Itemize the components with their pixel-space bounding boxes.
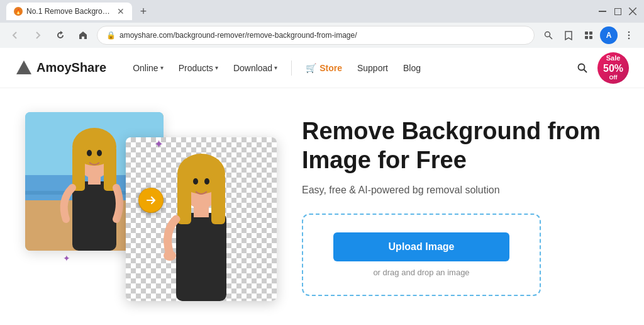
tab-favicon: 🔥 <box>14 7 23 16</box>
website-content: AmoyShare Online ▾ Products ▾ Download ▾… <box>0 48 644 325</box>
nav-item-blog[interactable]: Blog <box>397 58 427 78</box>
nav-blog-label: Blog <box>403 63 421 73</box>
svg-point-36 <box>204 178 209 185</box>
nav-store-label: Store <box>319 63 342 73</box>
reload-button[interactable] <box>52 26 69 44</box>
svg-rect-1 <box>614 8 621 14</box>
sale-badge-off-text: Off <box>609 74 618 81</box>
new-tab-button[interactable]: + <box>135 3 152 20</box>
address-actions: A <box>540 26 638 44</box>
svg-point-12 <box>628 38 630 40</box>
svg-rect-29 <box>176 213 226 301</box>
arrow-right-icon <box>145 195 157 206</box>
nav-item-online[interactable]: Online ▾ <box>126 58 169 78</box>
tab-area: 🔥 No.1 Remove Background from... ✕ + <box>6 3 592 20</box>
nav-item-store[interactable]: 🛒 Store <box>299 58 348 78</box>
active-tab[interactable]: 🔥 No.1 Remove Background from... ✕ <box>6 3 132 20</box>
svg-point-11 <box>628 35 630 37</box>
sale-badge-percent-text: 50% <box>603 62 623 74</box>
svg-point-10 <box>628 31 630 33</box>
products-chevron-icon: ▾ <box>215 64 218 71</box>
url-text: amoyshare.com/background-remover/remove-… <box>119 31 525 40</box>
hero-content: Remove Background from Image for Free Ea… <box>302 117 606 296</box>
hero-section: ✦ ✦ Remove Background from Image for Fre… <box>0 88 644 325</box>
nav-download-label: Download <box>233 63 272 73</box>
tab-close-icon[interactable]: ✕ <box>117 7 125 16</box>
home-button[interactable] <box>74 26 92 44</box>
url-bar[interactable]: 🔒 amoyshare.com/background-remover/remov… <box>97 26 535 45</box>
sale-badge-sale-text: Sale <box>606 54 621 62</box>
svg-rect-6 <box>585 31 588 35</box>
logo[interactable]: AmoyShare <box>15 59 106 77</box>
hero-title: Remove Background from Image for Free <box>302 117 606 174</box>
online-chevron-icon: ▾ <box>160 64 164 71</box>
svg-point-35 <box>193 178 198 185</box>
svg-rect-26 <box>104 147 116 191</box>
svg-point-28 <box>97 150 102 156</box>
svg-rect-33 <box>177 174 191 224</box>
profile-icon[interactable]: A <box>600 26 618 44</box>
svg-rect-8 <box>585 36 588 39</box>
minimize-button[interactable] <box>597 6 608 16</box>
demo-arrow-icon <box>138 188 164 213</box>
sparkle-decoration-1: ✦ <box>154 137 164 151</box>
nav-item-download[interactable]: Download ▾ <box>227 58 284 78</box>
hero-subtitle: Easy, free & AI-powered bg removal solut… <box>302 185 606 196</box>
svg-rect-9 <box>589 36 592 39</box>
top-navigation: AmoyShare Online ▾ Products ▾ Download ▾… <box>0 48 644 88</box>
demo-result-image <box>126 137 277 301</box>
nav-products-label: Products <box>179 63 213 73</box>
search-icon[interactable] <box>540 26 557 44</box>
nav-divider <box>291 60 292 76</box>
tab-title: No.1 Remove Background from... <box>26 7 113 16</box>
nav-search-button[interactable] <box>572 58 592 78</box>
cart-icon: 🛒 <box>306 63 316 73</box>
nav-online-label: Online <box>133 63 158 73</box>
svg-rect-0 <box>599 11 606 12</box>
browser-chrome: 🔥 No.1 Remove Background from... ✕ + <box>0 0 644 48</box>
svg-point-15 <box>579 64 585 70</box>
upload-image-button[interactable]: Upload Image <box>333 232 509 261</box>
logo-icon <box>15 59 33 77</box>
svg-rect-34 <box>211 174 225 224</box>
menu-icon[interactable] <box>620 26 638 44</box>
nav-item-products[interactable]: Products ▾ <box>172 58 225 78</box>
drag-drop-hint: or drag and drop an image <box>373 268 469 277</box>
hero-demo-images: ✦ ✦ <box>25 112 277 301</box>
nav-menu: Online ▾ Products ▾ Download ▾ 🛒 Store S… <box>126 58 572 78</box>
back-button[interactable] <box>6 26 24 44</box>
nav-support-label: Support <box>357 63 388 73</box>
extensions-icon[interactable] <box>580 26 597 44</box>
sale-badge[interactable]: Sale 50% Off <box>597 52 629 84</box>
download-chevron-icon: ▾ <box>274 64 277 71</box>
svg-rect-7 <box>589 31 592 35</box>
svg-point-37 <box>164 251 176 261</box>
svg-line-16 <box>584 69 587 72</box>
address-bar: 🔒 amoyshare.com/background-remover/remov… <box>0 23 644 48</box>
result-image-svg <box>126 137 277 301</box>
svg-point-27 <box>87 150 92 156</box>
svg-point-4 <box>545 32 550 37</box>
sparkle-decoration-2: ✦ <box>63 253 70 263</box>
security-lock-icon: 🔒 <box>106 31 116 40</box>
upload-drop-zone[interactable]: Upload Image or drag and drop an image <box>302 214 541 296</box>
forward-button[interactable] <box>29 26 47 44</box>
bookmark-icon[interactable] <box>560 26 577 44</box>
search-icon <box>577 62 588 74</box>
window-controls <box>597 6 638 16</box>
title-bar: 🔥 No.1 Remove Background from... ✕ + <box>0 0 644 23</box>
close-button[interactable] <box>628 6 638 16</box>
svg-rect-25 <box>72 147 85 191</box>
svg-line-5 <box>550 37 553 40</box>
maximize-button[interactable] <box>613 6 623 16</box>
svg-rect-21 <box>72 181 116 251</box>
nav-item-support[interactable]: Support <box>351 58 394 78</box>
logo-text: AmoyShare <box>36 60 106 75</box>
